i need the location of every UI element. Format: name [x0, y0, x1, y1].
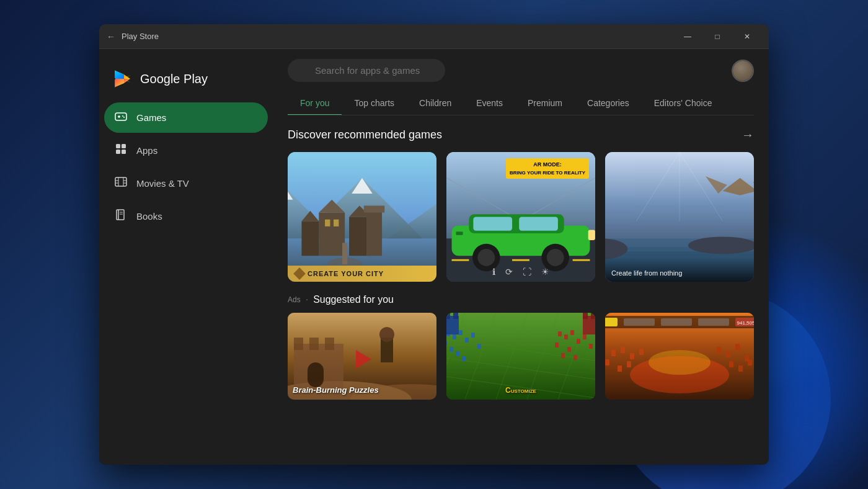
svg-point-8 — [122, 115, 123, 117]
tab-editors-choice[interactable]: Editors' Choice — [642, 92, 725, 115]
section-arrow-icon[interactable]: → — [742, 128, 754, 142]
svg-rect-127 — [453, 313, 458, 319]
svg-point-87 — [379, 327, 394, 342]
svg-text:941,505: 941,505 — [737, 320, 754, 326]
avatar-image — [733, 61, 753, 81]
svg-rect-153 — [698, 318, 729, 326]
svg-rect-120 — [561, 353, 565, 358]
svg-rect-150 — [605, 318, 618, 326]
logo-area: Google Play — [99, 61, 273, 102]
games-label: Games — [136, 112, 166, 123]
brain-puzzles-banner: Brain-Burning Puzzles — [288, 313, 436, 400]
ads-section: Ads · Suggested for you — [288, 294, 754, 400]
svg-rect-12 — [116, 150, 120, 154]
svg-rect-39 — [366, 209, 382, 256]
game-cards-row: CREATE YOUR CITY — [288, 152, 754, 282]
svg-rect-136 — [621, 347, 625, 353]
svg-point-63 — [547, 249, 564, 266]
banner-control-icons: ℹ ⟳ ⛶ ☀ — [492, 267, 549, 277]
svg-rect-142 — [717, 347, 721, 353]
recommended-title: Discover recommended games — [288, 128, 442, 141]
svg-rect-89 — [294, 338, 303, 350]
create-city-overlay: CREATE YOUR CITY — [288, 266, 436, 282]
svg-rect-42 — [334, 220, 339, 227]
svg-rect-44 — [342, 243, 347, 264]
tab-events[interactable]: Events — [464, 92, 515, 115]
svg-rect-11 — [122, 144, 126, 148]
svg-rect-59 — [519, 217, 558, 231]
tabs-bar: For you Top charts Children Events Premi… — [288, 92, 754, 115]
customize-banner: Customize — [446, 313, 595, 400]
svg-rect-91 — [325, 338, 334, 350]
svg-rect-115 — [570, 330, 574, 335]
svg-point-9 — [123, 117, 125, 118]
svg-rect-140 — [618, 366, 622, 372]
game-card-csr-racing[interactable]: AR MODE:BRING YOUR RIDE TO REALITY ℹ ⟳ ⛶… — [446, 152, 595, 282]
svg-rect-151 — [624, 318, 655, 326]
user-avatar[interactable] — [732, 60, 754, 82]
tab-top-charts[interactable]: Top charts — [342, 92, 407, 115]
sidebar-item-apps[interactable]: Apps — [104, 135, 268, 166]
svg-rect-107 — [465, 338, 469, 343]
books-icon — [114, 209, 128, 224]
game-card-cell-singularity[interactable]: Create life from nothing — [605, 152, 754, 282]
svg-rect-141 — [627, 361, 631, 367]
svg-rect-122 — [574, 355, 577, 360]
window-title: Play Store — [122, 32, 159, 41]
svg-rect-90 — [309, 338, 319, 350]
back-button[interactable]: ← — [107, 32, 115, 42]
svg-rect-65 — [456, 231, 463, 235]
svg-rect-13 — [122, 150, 126, 154]
svg-point-61 — [477, 249, 495, 266]
diamond-icon — [293, 267, 306, 280]
svg-rect-144 — [735, 344, 740, 350]
movies-icon — [114, 176, 128, 191]
ads-badge: Ads — [288, 295, 301, 304]
titlebar: ← Play Store — □ ✕ — [99, 24, 769, 49]
svg-rect-152 — [661, 318, 692, 326]
svg-rect-138 — [630, 353, 634, 359]
app-window: ← Play Store — □ ✕ — [99, 24, 769, 465]
maximize-button[interactable]: □ — [703, 27, 732, 47]
apps-label: Apps — [136, 145, 157, 156]
tab-children[interactable]: Children — [407, 92, 464, 115]
svg-rect-37 — [301, 221, 319, 256]
brain-puzzles-overlay: Brain-Burning Puzzles — [293, 385, 379, 395]
create-nothing-overlay: Create life from nothing — [605, 257, 754, 282]
svg-rect-41 — [325, 220, 330, 227]
svg-rect-14 — [115, 177, 126, 186]
minimize-button[interactable]: — — [673, 27, 702, 47]
game-card-elder-scrolls[interactable]: CREATE YOUR CITY — [288, 152, 436, 282]
recommended-section-header: Discover recommended games → — [288, 128, 754, 142]
ads-section-header: Ads · Suggested for you — [288, 294, 754, 305]
svg-rect-129 — [583, 313, 588, 319]
svg-rect-143 — [726, 351, 730, 357]
svg-rect-130 — [591, 313, 595, 319]
svg-rect-112 — [462, 356, 466, 361]
sidebar-item-books[interactable]: Books — [104, 201, 268, 231]
tab-for-you[interactable]: For you — [288, 92, 342, 115]
search-input[interactable] — [288, 59, 445, 82]
ad-card-customize[interactable]: Customize — [446, 313, 595, 400]
svg-rect-21 — [117, 210, 124, 220]
main-content[interactable]: For you Top charts Children Events Premi… — [273, 49, 769, 465]
close-button[interactable]: ✕ — [733, 27, 761, 47]
ad-card-brain-puzzles[interactable]: Brain-Burning Puzzles — [288, 313, 436, 400]
svg-rect-106 — [459, 330, 463, 335]
books-label: Books — [136, 211, 162, 222]
svg-rect-114 — [564, 334, 568, 339]
customize-overlay: Customize — [505, 386, 536, 395]
svg-rect-118 — [567, 347, 571, 352]
tab-premium[interactable]: Premium — [515, 92, 575, 115]
svg-rect-135 — [611, 350, 616, 356]
svg-rect-121 — [589, 344, 593, 349]
ads-dot: · — [306, 294, 308, 305]
search-wrapper — [288, 59, 724, 82]
ad-card-battle[interactable]: 941,505 — [605, 313, 754, 400]
svg-rect-116 — [555, 343, 559, 348]
sidebar: Google Play Games — [99, 49, 273, 465]
ad-cards-row: Brain-Burning Puzzles — [288, 313, 754, 400]
sidebar-item-movies[interactable]: Movies & TV — [104, 168, 268, 199]
sidebar-item-games[interactable]: Games — [104, 102, 268, 133]
tab-categories[interactable]: Categories — [575, 92, 642, 115]
